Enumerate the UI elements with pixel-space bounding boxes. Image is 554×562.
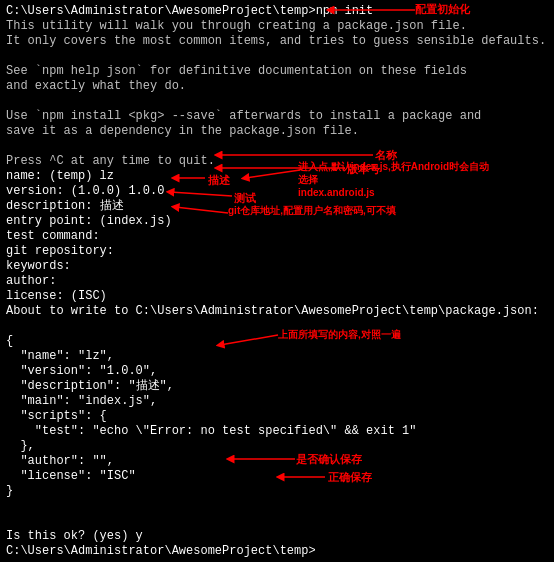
line-about: About to write to C:\Users\Administrator…	[6, 304, 548, 319]
line-json-name: "name": "lz",	[6, 349, 548, 364]
line-json-test: "test": "echo \"Error: no test specified…	[6, 424, 548, 439]
line-json-open: {	[6, 334, 548, 349]
line-10: Press ^C at any time to quit.	[6, 154, 548, 169]
line-isok: Is this ok? (yes) y	[6, 529, 548, 544]
line-json-scripts-close: },	[6, 439, 548, 454]
line-name: name: (temp) lz	[6, 169, 548, 184]
terminal-content: C:\Users\Administrator\AwesomeProject\te…	[6, 4, 548, 559]
line-blank1	[6, 499, 548, 514]
line-keywords: keywords:	[6, 259, 548, 274]
line-author: author:	[6, 274, 548, 289]
cmd-line: C:\Users\Administrator\AwesomeProject\te…	[6, 4, 548, 19]
line-3	[6, 49, 548, 64]
line-1: This utility will walk you through creat…	[6, 19, 548, 34]
line-json-version: "version": "1.0.0",	[6, 364, 548, 379]
line-7: Use `npm install <pkg> --save` afterward…	[6, 109, 548, 124]
line-8: save it as a dependency in the package.j…	[6, 124, 548, 139]
terminal-window: C:\Users\Administrator\AwesomeProject\te…	[0, 0, 554, 562]
line-blank2	[6, 514, 548, 529]
line-final-prompt: C:\Users\Administrator\AwesomeProject\te…	[6, 544, 548, 559]
line-json-license: "license": "ISC"	[6, 469, 548, 484]
line-license: license: (ISC)	[6, 289, 548, 304]
line-entry: entry point: (index.js)	[6, 214, 548, 229]
line-9	[6, 139, 548, 154]
line-json-scripts: "scripts": {	[6, 409, 548, 424]
line-json-close: }	[6, 484, 548, 499]
line-json-main: "main": "index.js",	[6, 394, 548, 409]
line-6	[6, 94, 548, 109]
line-desc: description: 描述	[6, 199, 548, 214]
line-version: version: (1.0.0) 1.0.0	[6, 184, 548, 199]
line-git: git repository:	[6, 244, 548, 259]
line-2: It only covers the most common items, an…	[6, 34, 548, 49]
line-5: and exactly what they do.	[6, 79, 548, 94]
line-json-author: "author": "",	[6, 454, 548, 469]
line-blank-json	[6, 319, 548, 334]
line-json-desc: "description": "描述",	[6, 379, 548, 394]
line-4: See `npm help json` for definitive docum…	[6, 64, 548, 79]
line-test: test command:	[6, 229, 548, 244]
